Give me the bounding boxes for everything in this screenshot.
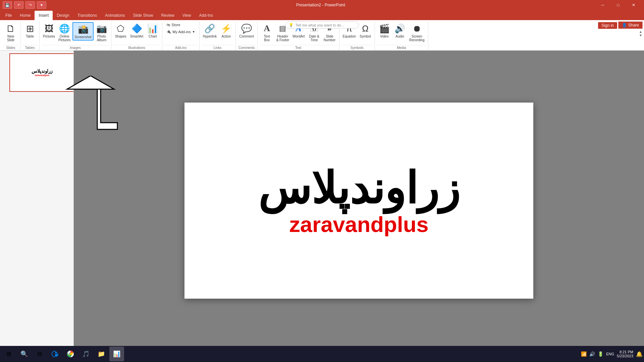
title-controls-left: 💾 ↶ ↷ ▼ — [3, 1, 46, 9]
tab-home[interactable]: Home — [16, 11, 35, 20]
shapes-icon: ⬠ — [115, 23, 126, 34]
tab-file[interactable]: File — [1, 11, 16, 20]
tab-design[interactable]: Design — [53, 11, 73, 20]
comment-button[interactable]: 💬 Comment — [238, 22, 255, 39]
ribbon-scroll-button[interactable]: ▲▼ — [637, 30, 644, 37]
action-button[interactable]: ⚡ Action — [219, 22, 233, 39]
speaker-icon[interactable]: 🔊 — [589, 351, 595, 357]
edge-button[interactable] — [48, 347, 62, 361]
clock[interactable]: 8:21 PM 5/23/2023 — [617, 350, 633, 358]
wordart-label: WordArt — [292, 35, 305, 38]
chart-button[interactable]: 📊 Chart — [145, 22, 160, 39]
search-button[interactable]: 🔍 — [17, 347, 32, 361]
store-button[interactable]: 🛍 Store — [164, 22, 197, 27]
new-slide-button[interactable]: 🗋 NewSlide — [3, 22, 18, 43]
comment-icon: 💬 — [241, 23, 252, 34]
screenshot-label: Screenshot — [74, 35, 92, 39]
taskbar: ⊞ 🔍 ⧉ 🎵 📁 📊 📶 🔊 🔋 ENG 8:21 PM 5/23/2023 … — [0, 346, 644, 362]
group-images: 🖼 Pictures 🌐 OnlinePictures 📸 Screenshot… — [40, 21, 111, 50]
store-label: Store — [171, 23, 180, 27]
chart-label: Chart — [149, 35, 157, 38]
video-label: Video — [380, 35, 388, 38]
header-footer-label: Header& Footer — [276, 35, 289, 42]
language-indicator[interactable]: ENG — [606, 352, 614, 356]
explorer-button[interactable]: 📁 — [94, 347, 109, 361]
network-icon[interactable]: 📶 — [581, 351, 587, 357]
text-box-button[interactable]: A TextBox — [260, 22, 274, 43]
edge-icon — [51, 350, 59, 358]
tab-transitions[interactable]: Transitions — [73, 11, 101, 20]
symbol-button[interactable]: Ω Symbol — [358, 22, 373, 39]
group-addins-label: Add-ins — [164, 45, 197, 50]
save-button[interactable]: 💾 — [3, 1, 12, 9]
tab-bar: File Home Insert Design Transitions Anim… — [0, 10, 644, 20]
notification-icon[interactable]: 🔔 — [636, 351, 643, 357]
undo-button[interactable]: ↶ — [14, 1, 23, 9]
shapes-button[interactable]: ⬠ Shapes — [113, 22, 128, 39]
my-addins-button[interactable]: 🔌 My Add-ins ▼ — [164, 29, 197, 35]
group-slides-label: Slides — [3, 45, 18, 50]
slide-canvas[interactable]: زراوندپلاس zaravandplus — [184, 103, 533, 299]
ribbon: File Home Insert Design Transitions Anim… — [0, 10, 644, 51]
chrome-button[interactable] — [63, 347, 78, 361]
audio-button[interactable]: 🔊 Audio — [392, 22, 407, 39]
new-slide-label: NewSlide — [7, 35, 14, 42]
close-button[interactable]: ✕ — [626, 0, 641, 10]
screenshot-button[interactable]: 📸 Screenshot — [72, 22, 94, 41]
group-tables-items: ⊞ Table — [22, 21, 37, 45]
pictures-button[interactable]: 🖼 Pictures — [42, 22, 56, 39]
tab-slideshow[interactable]: Slide Show — [129, 11, 157, 20]
tab-view[interactable]: View — [178, 11, 195, 20]
table-button[interactable]: ⊞ Table — [22, 22, 37, 39]
tab-review[interactable]: Review — [157, 11, 178, 20]
tell-me-bar[interactable]: 💡 Tell me what you want to do... — [285, 21, 359, 28]
shapes-label: Shapes — [115, 35, 126, 38]
smartart-button[interactable]: 🔷 SmartArt — [129, 22, 145, 39]
powerpoint-button[interactable]: 📊 — [109, 347, 124, 361]
group-slides: 🗋 NewSlide Slides — [1, 21, 20, 50]
customize-button[interactable]: ▼ — [37, 1, 46, 9]
photo-album-button[interactable]: 📷 PhotoAlbum — [94, 22, 109, 43]
tab-addins[interactable]: Add-Ins — [195, 11, 217, 20]
comment-label: Comment — [239, 35, 254, 38]
group-addins: 🛍 Store 🔌 My Add-ins ▼ Add-ins — [162, 21, 199, 50]
video-button[interactable]: 🎬 Video — [377, 22, 392, 39]
arabic-text: زراوندپلاس — [258, 165, 460, 213]
video-icon: 🎬 — [379, 23, 390, 34]
thumbnail-arabic: زراوندپلاس — [32, 69, 52, 74]
table-label: Table — [26, 35, 34, 38]
hyperlink-button[interactable]: 🔗 Hyperlink — [202, 22, 218, 39]
minimize-button[interactable]: ─ — [595, 0, 610, 10]
screen-recording-button[interactable]: ⏺ ScreenRecording — [408, 22, 426, 43]
symbol-label: Symbol — [360, 35, 371, 38]
slide-thumbnail[interactable]: زراوندپلاس zaravandplus — [9, 53, 74, 92]
screen-recording-icon: ⏺ — [412, 23, 422, 34]
online-pictures-label: OnlinePictures — [58, 35, 70, 42]
task-view-button[interactable]: ⧉ — [32, 347, 47, 361]
my-addins-label: My Add-ins — [172, 30, 191, 34]
hyperlink-label: Hyperlink — [203, 35, 217, 38]
battery-icon[interactable]: 🔋 — [598, 351, 603, 357]
tab-insert[interactable]: Insert — [35, 11, 53, 20]
share-button[interactable]: 👤 Share — [618, 21, 643, 29]
chrome-icon — [66, 350, 74, 358]
group-slides-items: 🗋 NewSlide — [3, 21, 18, 45]
start-button[interactable]: ⊞ — [1, 347, 16, 361]
maximize-button[interactable]: □ — [610, 0, 626, 10]
group-links-items: 🔗 Hyperlink ⚡ Action — [202, 21, 234, 45]
action-label: Action — [221, 35, 231, 38]
pictures-icon: 🖼 — [44, 23, 54, 34]
slide-number-label: SlideNumber — [324, 35, 336, 42]
text-box-icon: A — [262, 23, 272, 34]
tab-animations[interactable]: Animations — [101, 11, 129, 20]
group-illustrations-label: Illustrations — [113, 45, 160, 50]
svg-marker-1 — [67, 76, 114, 89]
pictures-label: Pictures — [43, 35, 55, 38]
group-tables: ⊞ Table Tables — [20, 21, 40, 50]
hyperlink-icon: 🔗 — [204, 23, 215, 34]
group-media-items: 🎬 Video 🔊 Audio ⏺ ScreenRecording — [377, 21, 426, 45]
media-button[interactable]: 🎵 — [78, 347, 93, 361]
sign-in-button[interactable]: Sign in — [598, 22, 617, 29]
redo-button[interactable]: ↷ — [25, 1, 35, 9]
online-pictures-button[interactable]: 🌐 OnlinePictures — [57, 22, 72, 43]
